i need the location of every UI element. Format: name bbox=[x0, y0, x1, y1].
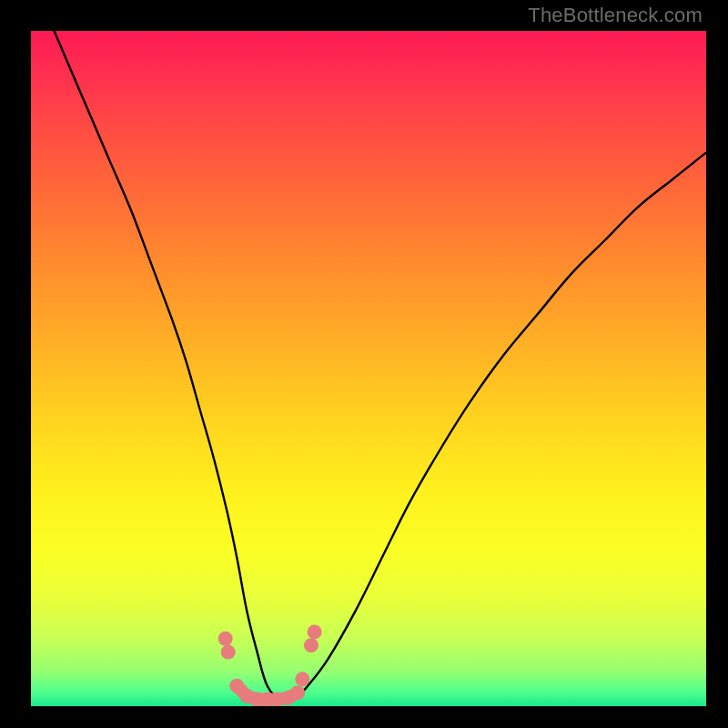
plot-area bbox=[31, 31, 706, 706]
frame-left bbox=[0, 0, 31, 728]
marker-dot bbox=[218, 632, 233, 646]
marker-group bbox=[218, 624, 322, 706]
bottleneck-curve bbox=[31, 0, 706, 702]
marker-dot bbox=[308, 624, 322, 639]
marker-dot bbox=[221, 645, 236, 660]
chart-svg bbox=[31, 31, 706, 706]
marker-dot bbox=[290, 685, 305, 700]
frame-bottom bbox=[0, 706, 728, 728]
frame-right bbox=[706, 0, 728, 728]
watermark-text: TheBottleneck.com bbox=[528, 4, 703, 27]
marker-dot bbox=[304, 638, 318, 652]
marker-dot bbox=[295, 672, 309, 686]
